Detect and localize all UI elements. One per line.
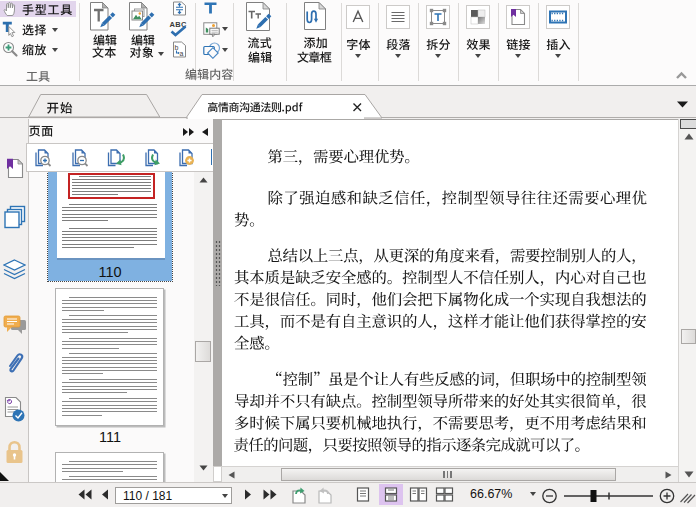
- svg-text:b: b: [175, 44, 179, 51]
- svg-text:a: a: [180, 50, 184, 57]
